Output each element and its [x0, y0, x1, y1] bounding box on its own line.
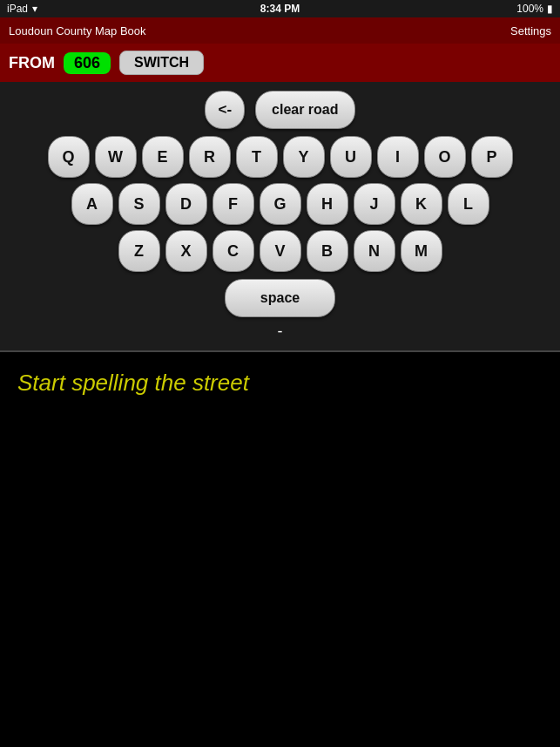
from-label: FROM: [9, 54, 55, 72]
key-q[interactable]: Q: [48, 136, 90, 178]
key-u[interactable]: U: [330, 136, 372, 178]
key-z[interactable]: Z: [118, 230, 160, 272]
key-l[interactable]: L: [448, 183, 489, 225]
status-time: 8:34 PM: [260, 3, 300, 15]
wifi-icon: ▾: [32, 3, 37, 15]
keyboard-row-3: ZXCVBNM: [118, 230, 442, 272]
key-y[interactable]: Y: [283, 136, 325, 178]
from-badge: 606: [64, 52, 111, 74]
settings-link[interactable]: Settings: [510, 24, 551, 37]
switch-button[interactable]: SWITCH: [119, 51, 204, 75]
results-area: Start spelling the street: [0, 352, 560, 414]
clear-road-button[interactable]: clear road: [255, 91, 354, 129]
key-w[interactable]: W: [95, 136, 137, 178]
device-label: iPad: [7, 3, 28, 15]
status-right: 100% ▮: [516, 3, 553, 15]
status-bar: iPad ▾ 8:34 PM 100% ▮: [0, 0, 560, 17]
key-i[interactable]: I: [377, 136, 419, 178]
key-j[interactable]: J: [354, 183, 395, 225]
key-a[interactable]: A: [71, 183, 113, 225]
nav-bar: FROM 606 SWITCH: [0, 44, 560, 82]
key-f[interactable]: F: [213, 183, 254, 225]
top-controls: <- clear road: [205, 91, 354, 129]
app-title: Loudoun County Map Book: [9, 24, 146, 37]
status-left: iPad ▾: [7, 3, 37, 15]
key-s[interactable]: S: [118, 183, 160, 225]
battery-icon: ▮: [547, 3, 553, 15]
key-o[interactable]: O: [424, 136, 466, 178]
key-r[interactable]: R: [189, 136, 231, 178]
key-m[interactable]: M: [401, 230, 442, 272]
key-d[interactable]: D: [165, 183, 207, 225]
keyboard-area: <- clear road QWERTYUIOP ASDFGHJKL ZXCVB…: [0, 82, 560, 352]
key-h[interactable]: H: [307, 183, 348, 225]
key-k[interactable]: K: [401, 183, 442, 225]
key-g[interactable]: G: [260, 183, 301, 225]
title-bar: Loudoun County Map Book Settings: [0, 17, 560, 44]
key-c[interactable]: C: [213, 230, 254, 272]
keyboard-row-1: QWERTYUIOP: [48, 136, 513, 178]
key-x[interactable]: X: [165, 230, 207, 272]
cursor-line: -: [278, 323, 283, 340]
key-b[interactable]: B: [307, 230, 348, 272]
key-v[interactable]: V: [260, 230, 301, 272]
prompt-text: Start spelling the street: [17, 370, 543, 397]
key-n[interactable]: N: [354, 230, 395, 272]
key-t[interactable]: T: [236, 136, 278, 178]
backspace-button[interactable]: <-: [205, 91, 245, 129]
battery-label: 100%: [516, 3, 543, 15]
key-p[interactable]: P: [471, 136, 513, 178]
key-e[interactable]: E: [142, 136, 184, 178]
space-button[interactable]: space: [225, 279, 335, 317]
keyboard-row-2: ASDFGHJKL: [71, 183, 489, 225]
